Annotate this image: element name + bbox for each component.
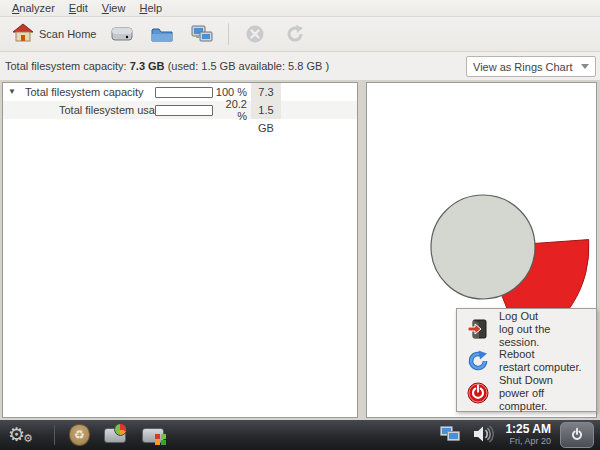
menu-help[interactable]: Help <box>132 1 169 15</box>
power-icon <box>568 426 586 444</box>
menu-analyzer[interactable]: Analyzer <box>5 1 62 15</box>
taskbar: ⚙ ⚙ ♻ 1:25 AM <box>0 420 600 450</box>
scan-home-button[interactable]: Scan Home <box>6 20 102 48</box>
capacity-summary: Total filesystem capacity: 7.3 GB (used:… <box>5 60 329 72</box>
network-icon[interactable] <box>439 424 463 446</box>
menu-item-shut-down[interactable]: Shut Down power off computer. <box>457 377 596 409</box>
scan-home-label: Scan Home <box>39 28 96 40</box>
toolbar-separator <box>228 23 229 45</box>
disk-partitions-icon[interactable] <box>142 428 164 443</box>
network-computer-icon[interactable] <box>190 22 214 46</box>
security-shield-icon[interactable]: ♻ <box>69 424 90 446</box>
volume-icon[interactable] <box>472 424 496 446</box>
refresh-icon <box>283 22 307 46</box>
statusbar: Total filesystem capacity: 7.3 GB (used:… <box>0 52 600 80</box>
tree-view: ▼ Total filesystem capacity 100 % 7.3 GB… <box>2 82 358 418</box>
row-label: Total filesystem capacity <box>25 86 144 98</box>
shut-down-icon <box>466 381 490 405</box>
menu-item-label: Shut Down <box>499 374 587 387</box>
menu-item-log-out[interactable]: Log Out log out the session. <box>457 313 596 345</box>
stop-icon <box>243 22 267 46</box>
power-context-menu: Log Out log out the session. Reboot rest… <box>456 308 597 412</box>
menu-item-description: log out the session. <box>499 323 587 349</box>
menu-item-description: power off computer. <box>499 387 587 413</box>
disk-usage-analyzer-icon[interactable] <box>104 428 126 443</box>
reboot-icon <box>466 349 490 373</box>
row-percent: 20.2 % <box>215 98 247 122</box>
row-size: 7.3 GB <box>251 83 281 101</box>
pie-chart-icon <box>114 423 127 436</box>
row-label: Total filesystem usage <box>59 104 167 116</box>
menubar: Analyzer Edit View Help <box>0 0 600 17</box>
menu-item-reboot[interactable]: Reboot restart computer. <box>457 345 596 377</box>
menu-item-description: restart computer. <box>499 361 582 374</box>
table-row[interactable]: ▼ Total filesystem capacity 100 % 7.3 GB <box>3 83 357 101</box>
chevron-down-icon <box>581 64 589 69</box>
power-button[interactable] <box>560 422 594 448</box>
folder-icon[interactable] <box>150 22 174 46</box>
clock[interactable]: 1:25 AM Fri, Apr 20 <box>505 423 551 447</box>
scan-home-icon <box>12 23 34 45</box>
usage-bar <box>155 87 213 98</box>
app-menu-gears-icon[interactable]: ⚙ ⚙ <box>8 422 40 448</box>
toolbar: Scan Home <box>0 17 600 52</box>
usage-bar <box>155 105 213 116</box>
menu-edit[interactable]: Edit <box>62 1 95 15</box>
clock-date: Fri, Apr 20 <box>505 435 551 447</box>
log-out-icon <box>466 317 490 341</box>
hard-disk-icon[interactable] <box>110 22 134 46</box>
row-percent: 100 % <box>215 86 247 98</box>
menu-view[interactable]: View <box>95 1 133 15</box>
clock-time: 1:25 AM <box>505 423 551 435</box>
table-row[interactable]: Total filesystem usage 20.2 % 1.5 GB <box>3 101 357 119</box>
expander-icon[interactable]: ▼ <box>8 87 18 97</box>
taskbar-separator <box>54 425 55 445</box>
row-size: 1.5 GB <box>251 101 281 119</box>
view-as-value: View as Rings Chart <box>473 61 572 73</box>
menu-item-label: Reboot <box>499 348 582 361</box>
capacity-value: 7.3 GB <box>130 60 165 72</box>
view-as-select[interactable]: View as Rings Chart <box>466 56 596 77</box>
menu-item-label: Log Out <box>499 310 587 323</box>
ring-center-circle <box>431 195 535 299</box>
